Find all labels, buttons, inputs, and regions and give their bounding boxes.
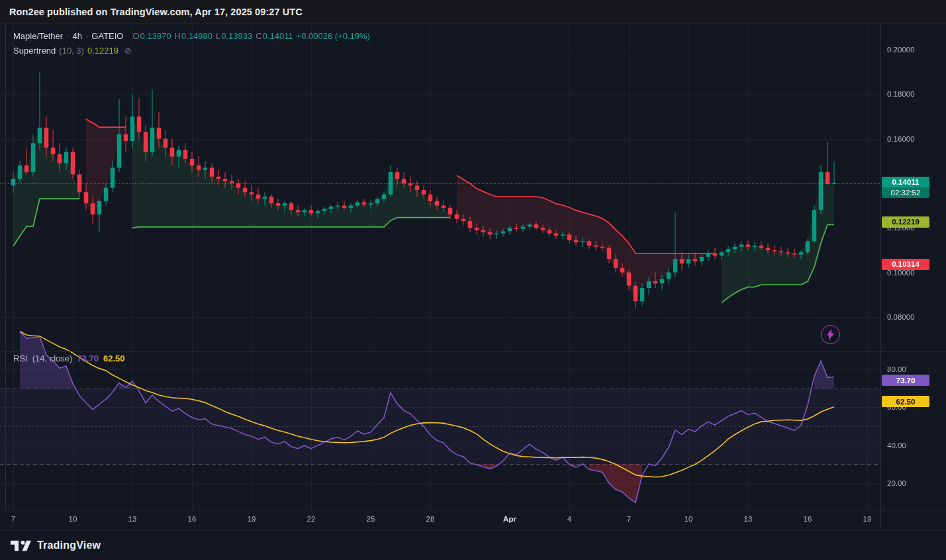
time-axis-label: 10 <box>685 515 693 523</box>
price-scale-label: 0.16000 <box>887 135 915 143</box>
open-label: O <box>132 30 139 43</box>
bar-countdown: 02:32:52 <box>882 187 929 198</box>
price-chart-canvas[interactable] <box>0 24 946 530</box>
supertrend-row[interactable]: Supertrend (10, 3) 0.12219 ⊘ <box>13 44 370 58</box>
rsi-params: (14, close) <box>32 353 73 363</box>
publish-text: Ron2ee published on TradingView.com, Apr… <box>9 7 303 17</box>
time-axis-label: 25 <box>367 515 375 523</box>
price-scale-label: 0.08000 <box>887 313 915 321</box>
separator: · <box>85 30 88 43</box>
time-axis-label: 16 <box>804 515 812 523</box>
time-axis-label: 19 <box>248 515 256 523</box>
current-price-badge: 0.14011 02:32:52 <box>882 177 929 198</box>
rsi-scale-label: 20.00 <box>887 479 906 487</box>
chart-legend: Maple/Tether · 4h · GATEIO O0.13970 H0.1… <box>13 30 370 59</box>
exchange-name: GATEIO <box>91 30 123 43</box>
symbol-name[interactable]: Maple/Tether <box>13 30 63 43</box>
brand-name[interactable]: TradingView <box>37 539 101 551</box>
disable-indicator-icon[interactable]: ⊘ <box>124 44 132 58</box>
rsi-name[interactable]: RSI <box>13 353 28 363</box>
rsi-value-badge: 73.70 <box>882 375 929 386</box>
tradingview-snapshot: Ron2ee published on TradingView.com, Apr… <box>0 0 946 560</box>
time-axis-label: 10 <box>69 515 77 523</box>
open-value: 0.13970 <box>140 30 171 43</box>
rsi-scale-label: 80.00 <box>887 365 906 373</box>
rsi-legend[interactable]: RSI (14, close) 73.70 62.50 <box>13 353 124 363</box>
price-scale-label: 0.20000 <box>887 46 915 54</box>
time-axis-label: 7 <box>11 515 15 523</box>
current-price-value: 0.14011 <box>882 177 929 187</box>
low-label: L <box>216 30 220 43</box>
rsi-scale-label: 40.00 <box>887 442 906 449</box>
lightning-bolt-icon <box>826 329 835 340</box>
quick-trade-button[interactable] <box>821 325 840 344</box>
supertrend-value: 0.12219 <box>87 44 118 58</box>
time-axis-label: 28 <box>426 515 435 523</box>
time-axis-label: 22 <box>307 515 316 523</box>
high-value: 0.14980 <box>181 30 213 43</box>
price-scale-label: 0.18000 <box>887 90 915 98</box>
rsi-ma-value: 62.50 <box>103 353 125 363</box>
time-axis-label: 19 <box>863 515 872 523</box>
close-value: 0.14011 <box>263 30 293 43</box>
time-axis-label: 13 <box>128 515 137 523</box>
high-label: H <box>175 30 181 43</box>
rsi-ma-value-badge: 62.50 <box>882 396 929 407</box>
change-value: +0.00026 (+0.19%) <box>297 30 370 43</box>
supertrend-stop-badge: 0.10314 <box>882 259 929 270</box>
interval[interactable]: 4h <box>73 30 82 43</box>
close-label: C <box>256 30 261 43</box>
supertrend-price-badge: 0.12219 <box>882 216 929 228</box>
time-axis-label: 7 <box>627 515 631 523</box>
time-axis-label: 13 <box>744 515 753 523</box>
time-axis-label: 4 <box>567 515 571 523</box>
indicator-name[interactable]: Supertrend <box>13 44 56 58</box>
publish-bar: Ron2ee published on TradingView.com, Apr… <box>0 0 946 24</box>
time-axis-label: 16 <box>188 515 197 523</box>
footer-bar: TradingView <box>0 530 946 560</box>
indicator-params: (10, 3) <box>59 44 84 58</box>
time-axis-label: Apr <box>503 515 516 523</box>
rsi-value: 73.70 <box>77 353 99 363</box>
separator: · <box>66 30 69 43</box>
tradingview-logo-icon[interactable] <box>11 538 31 553</box>
symbol-row[interactable]: Maple/Tether · 4h · GATEIO O0.13970 H0.1… <box>13 30 370 43</box>
low-value: 0.13933 <box>221 30 252 43</box>
